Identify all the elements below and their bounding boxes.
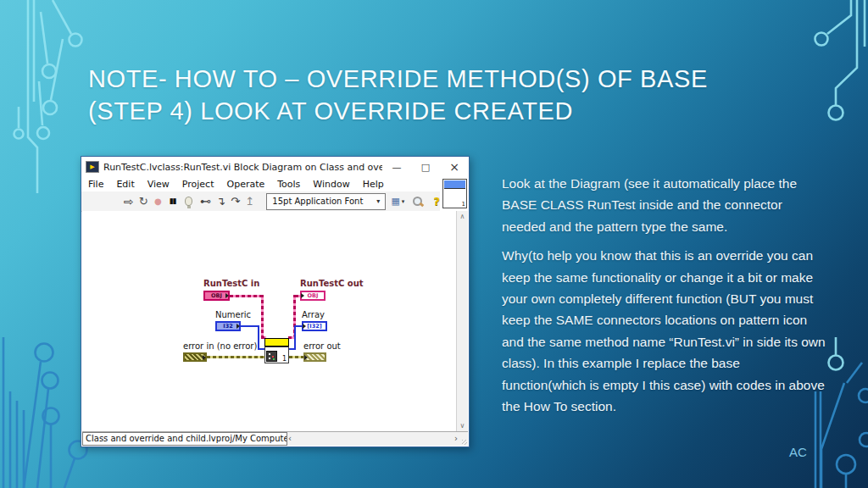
menu-project[interactable]: Project — [182, 179, 214, 190]
terminal-label: error out — [303, 341, 341, 351]
terminal-label: error in (no error) — [183, 341, 257, 351]
chevron-down-icon: ▾ — [376, 197, 380, 205]
labview-window: ▶ RunTestC.lvclass:RunTest.vi Block Diag… — [81, 156, 470, 447]
retain-wire-values-icon[interactable]: ⊷ — [200, 196, 211, 207]
labview-logo-icon: ▶ — [86, 161, 99, 173]
terminal-runtestc-out[interactable]: OBJ — [300, 291, 326, 301]
terminal-runtestc-in[interactable]: OBJ — [203, 291, 230, 301]
run-icon[interactable]: ⇨ — [124, 196, 134, 208]
highlight-execution-icon[interactable] — [185, 197, 192, 206]
magnifier-icon[interactable] — [413, 197, 420, 206]
numeric-wire — [258, 348, 264, 350]
terminal-arrow — [225, 293, 229, 298]
close-button[interactable]: × — [440, 160, 469, 174]
terminal-label: RunTestC out — [300, 279, 364, 288]
terminal-arrow — [203, 355, 206, 360]
menu-tools[interactable]: Tools — [277, 179, 300, 190]
window-titlebar: ▶ RunTestC.lvclass:RunTest.vi Block Diag… — [81, 157, 469, 177]
terminal-label: RunTestC in — [203, 279, 259, 288]
step-over-icon[interactable]: ↷ — [231, 196, 240, 207]
maximize-button[interactable]: □ — [411, 162, 440, 173]
scroll-down-icon[interactable]: ∨ — [457, 422, 468, 430]
class-wire — [230, 295, 263, 297]
terminal-arrow — [304, 355, 308, 360]
numeric-wire — [241, 325, 259, 327]
array-wire — [294, 326, 296, 350]
title-line-1: NOTE- HOW TO – OVERRIDE METHOD(S) OF BAS… — [88, 63, 817, 95]
title-line-2: (STEP 4) LOOK AT OVERRIDE CREATED — [88, 95, 817, 127]
terminal-arrow — [301, 293, 304, 298]
call-parent-node-banner[interactable] — [264, 338, 289, 347]
minimize-button[interactable]: — — [382, 162, 411, 173]
scroll-up-icon[interactable]: ∧ — [457, 213, 468, 220]
terminal-label: Array — [302, 310, 325, 319]
paragraph-1: Look at the Diagram (see it automaticall… — [502, 173, 827, 237]
menu-file[interactable]: File — [88, 179, 103, 190]
navigation-viewport — [444, 180, 465, 189]
font-selector[interactable]: 15pt Application Font ▾ — [266, 193, 386, 210]
block-diagram-canvas[interactable]: RunTestC in Numeric error in (no error) … — [82, 211, 457, 431]
resize-grip[interactable] — [462, 440, 467, 445]
page-title: NOTE- HOW TO – OVERRIDE METHOD(S) OF BAS… — [88, 63, 817, 127]
pause-icon[interactable]: ▮▮ — [168, 197, 177, 205]
scroll-right-icon[interactable]: › — [454, 433, 458, 445]
array-wire — [294, 325, 302, 327]
status-bar: Class and override and child.lvproj/My C… — [82, 431, 468, 446]
menu-view[interactable]: View — [147, 179, 170, 190]
navigation-page-number: 1 — [462, 201, 465, 208]
error-wire — [289, 356, 303, 358]
slide: NOTE- HOW TO – OVERRIDE METHOD(S) OF BAS… — [0, 0, 868, 488]
menu-bar: File Edit View Project Operate Tools Win… — [81, 177, 440, 191]
window-title: RunTestC.lvclass:RunTest.vi Block Diagra… — [103, 162, 382, 173]
abort-icon[interactable]: ● — [153, 197, 163, 206]
context-help-icon[interactable]: ? — [433, 195, 440, 208]
terminal-arrow — [236, 324, 240, 329]
terminal-array[interactable]: [I32] — [302, 321, 327, 331]
menu-help[interactable]: Help — [363, 179, 384, 190]
project-path[interactable]: Class and override and child.lvproj/My C… — [82, 432, 287, 446]
menu-edit[interactable]: Edit — [116, 179, 134, 190]
scroll-left-icon[interactable]: ‹ — [288, 433, 292, 445]
terminal-label: Numeric — [215, 310, 251, 319]
align-caret-icon: ▾ — [402, 198, 405, 205]
numeric-wire — [258, 325, 259, 350]
terminal-arrow — [303, 324, 306, 329]
class-wire — [261, 295, 264, 339]
body-text: Look at the Diagram (see it automaticall… — [502, 173, 827, 424]
paragraph-2: Why(to help you know that this is an ove… — [502, 245, 827, 417]
align-objects-icon[interactable]: ▦ — [391, 197, 399, 206]
terminal-numeric[interactable]: I32 — [215, 321, 241, 331]
terminal-error-in[interactable] — [183, 352, 207, 362]
menu-window[interactable]: Window — [313, 179, 349, 190]
node-number: 1 — [282, 355, 287, 363]
toolbar: ⇨ ↻ ● ▮▮ ⊷ ↴ ↷ ↥ 15pt Application Font ▾… — [81, 191, 440, 212]
navigation-window[interactable]: 1 — [442, 179, 467, 208]
step-out-icon[interactable]: ↥ — [245, 196, 254, 207]
class-cube-icon — [266, 351, 277, 362]
vertical-scrollbar[interactable]: ∧ ∨ — [456, 211, 468, 431]
error-wire — [207, 356, 264, 358]
menu-operate[interactable]: Operate — [226, 179, 264, 190]
terminal-error-out[interactable] — [303, 352, 326, 362]
run-continuous-icon[interactable]: ↻ — [139, 196, 148, 207]
font-selector-value: 15pt Application Font — [272, 197, 363, 206]
watermark-initials: AC — [789, 445, 807, 459]
step-into-icon[interactable]: ↴ — [216, 196, 225, 207]
call-parent-node[interactable]: 1 — [264, 347, 289, 363]
